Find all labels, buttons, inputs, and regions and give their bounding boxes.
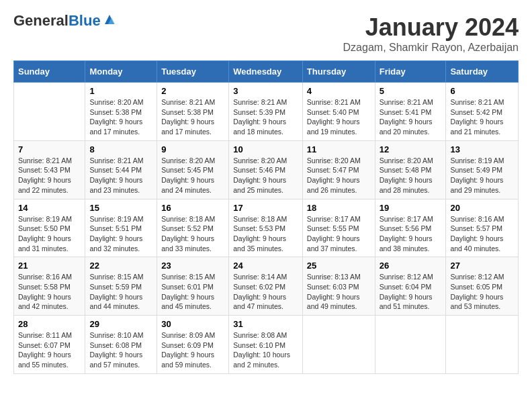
logo-blue: Blue <box>69 12 101 29</box>
calendar-cell: 16Sunrise: 8:18 AM Sunset: 5:52 PM Dayli… <box>157 199 229 257</box>
day-info: Sunrise: 8:21 AM Sunset: 5:44 PM Dayligh… <box>89 156 152 195</box>
day-number: 30 <box>161 319 224 329</box>
day-number: 31 <box>233 319 298 329</box>
weekday-header-friday: Friday <box>375 61 446 83</box>
day-info: Sunrise: 8:19 AM Sunset: 5:51 PM Dayligh… <box>89 214 152 254</box>
day-number: 25 <box>307 261 371 271</box>
day-number: 14 <box>18 203 81 213</box>
day-info: Sunrise: 8:20 AM Sunset: 5:46 PM Dayligh… <box>233 156 298 195</box>
weekday-header-thursday: Thursday <box>302 61 375 83</box>
logo-icon <box>102 12 117 27</box>
day-info: Sunrise: 8:15 AM Sunset: 5:59 PM Dayligh… <box>89 272 152 312</box>
day-number: 19 <box>380 203 442 213</box>
calendar-cell: 2Sunrise: 8:21 AM Sunset: 5:38 PM Daylig… <box>157 83 229 141</box>
calendar-cell: 4Sunrise: 8:21 AM Sunset: 5:40 PM Daylig… <box>302 83 375 141</box>
calendar-cell: 28Sunrise: 8:11 AM Sunset: 6:07 PM Dayli… <box>14 316 85 374</box>
day-number: 29 <box>89 319 152 329</box>
calendar-cell: 21Sunrise: 8:16 AM Sunset: 5:58 PM Dayli… <box>14 257 85 316</box>
subtitle: Dzagam, Shamkir Rayon, Azerbaijan <box>343 42 519 54</box>
day-number: 6 <box>450 86 514 96</box>
day-number: 8 <box>89 144 152 154</box>
day-info: Sunrise: 8:13 AM Sunset: 6:03 PM Dayligh… <box>307 272 371 312</box>
day-number: 21 <box>18 261 81 271</box>
day-info: Sunrise: 8:18 AM Sunset: 5:52 PM Dayligh… <box>161 214 224 254</box>
calendar-cell: 13Sunrise: 8:19 AM Sunset: 5:49 PM Dayli… <box>446 140 519 199</box>
calendar-cell: 29Sunrise: 8:10 AM Sunset: 6:08 PM Dayli… <box>85 316 157 374</box>
calendar-cell <box>302 316 375 374</box>
day-info: Sunrise: 8:08 AM Sunset: 6:10 PM Dayligh… <box>233 330 298 370</box>
calendar-cell: 1Sunrise: 8:20 AM Sunset: 5:38 PM Daylig… <box>85 83 157 141</box>
logo-general: General <box>13 12 69 29</box>
calendar-cell: 31Sunrise: 8:08 AM Sunset: 6:10 PM Dayli… <box>229 316 303 374</box>
calendar-week-row: 7Sunrise: 8:21 AM Sunset: 5:43 PM Daylig… <box>14 140 519 199</box>
calendar-cell: 22Sunrise: 8:15 AM Sunset: 5:59 PM Dayli… <box>85 257 157 316</box>
calendar-cell: 3Sunrise: 8:21 AM Sunset: 5:39 PM Daylig… <box>229 83 303 141</box>
calendar-cell: 9Sunrise: 8:20 AM Sunset: 5:45 PM Daylig… <box>157 140 229 199</box>
day-number: 26 <box>380 261 442 271</box>
calendar-cell: 19Sunrise: 8:17 AM Sunset: 5:56 PM Dayli… <box>375 199 446 257</box>
day-info: Sunrise: 8:21 AM Sunset: 5:41 PM Dayligh… <box>380 97 442 137</box>
day-number: 1 <box>89 86 152 96</box>
day-number: 12 <box>380 144 442 154</box>
day-info: Sunrise: 8:19 AM Sunset: 5:49 PM Dayligh… <box>450 156 514 195</box>
day-number: 10 <box>233 144 298 154</box>
calendar-cell: 20Sunrise: 8:16 AM Sunset: 5:57 PM Dayli… <box>446 199 519 257</box>
day-number: 17 <box>233 203 298 213</box>
day-info: Sunrise: 8:20 AM Sunset: 5:38 PM Dayligh… <box>89 97 152 137</box>
day-number: 23 <box>161 261 224 271</box>
day-info: Sunrise: 8:10 AM Sunset: 6:08 PM Dayligh… <box>89 330 152 370</box>
calendar-week-row: 14Sunrise: 8:19 AM Sunset: 5:50 PM Dayli… <box>14 199 519 257</box>
weekday-header-monday: Monday <box>85 61 157 83</box>
calendar-table: SundayMondayTuesdayWednesdayThursdayFrid… <box>13 60 519 374</box>
page-header: GeneralBlue January 2024 Dzagam, Shamkir… <box>13 13 519 54</box>
day-info: Sunrise: 8:16 AM Sunset: 5:58 PM Dayligh… <box>18 272 81 312</box>
calendar-cell: 6Sunrise: 8:21 AM Sunset: 5:42 PM Daylig… <box>446 83 519 141</box>
day-info: Sunrise: 8:21 AM Sunset: 5:43 PM Dayligh… <box>18 156 81 195</box>
calendar-cell: 12Sunrise: 8:20 AM Sunset: 5:48 PM Dayli… <box>375 140 446 199</box>
day-info: Sunrise: 8:15 AM Sunset: 6:01 PM Dayligh… <box>161 272 224 312</box>
logo: GeneralBlue <box>13 13 117 28</box>
day-info: Sunrise: 8:17 AM Sunset: 5:56 PM Dayligh… <box>380 214 442 254</box>
calendar-cell: 27Sunrise: 8:12 AM Sunset: 6:05 PM Dayli… <box>446 257 519 316</box>
calendar-cell: 17Sunrise: 8:18 AM Sunset: 5:53 PM Dayli… <box>229 199 303 257</box>
day-number: 4 <box>307 86 371 96</box>
day-number: 3 <box>233 86 298 96</box>
calendar-cell <box>375 316 446 374</box>
calendar-cell: 25Sunrise: 8:13 AM Sunset: 6:03 PM Dayli… <box>302 257 375 316</box>
calendar-cell: 24Sunrise: 8:14 AM Sunset: 6:02 PM Dayli… <box>229 257 303 316</box>
day-info: Sunrise: 8:21 AM Sunset: 5:39 PM Dayligh… <box>233 97 298 137</box>
day-number: 24 <box>233 261 298 271</box>
calendar-week-row: 21Sunrise: 8:16 AM Sunset: 5:58 PM Dayli… <box>14 257 519 316</box>
day-info: Sunrise: 8:12 AM Sunset: 6:05 PM Dayligh… <box>450 272 514 312</box>
day-info: Sunrise: 8:12 AM Sunset: 6:04 PM Dayligh… <box>380 272 442 312</box>
day-info: Sunrise: 8:16 AM Sunset: 5:57 PM Dayligh… <box>450 214 514 254</box>
day-info: Sunrise: 8:21 AM Sunset: 5:40 PM Dayligh… <box>307 97 371 137</box>
day-number: 2 <box>161 86 224 96</box>
day-info: Sunrise: 8:21 AM Sunset: 5:42 PM Dayligh… <box>450 97 514 137</box>
day-info: Sunrise: 8:21 AM Sunset: 5:38 PM Dayligh… <box>161 97 224 137</box>
logo-text: GeneralBlue <box>13 13 101 28</box>
day-info: Sunrise: 8:17 AM Sunset: 5:55 PM Dayligh… <box>307 214 371 254</box>
weekday-header-saturday: Saturday <box>446 61 519 83</box>
calendar-week-row: 28Sunrise: 8:11 AM Sunset: 6:07 PM Dayli… <box>14 316 519 374</box>
calendar-cell: 8Sunrise: 8:21 AM Sunset: 5:44 PM Daylig… <box>85 140 157 199</box>
day-number: 5 <box>380 86 442 96</box>
calendar-cell <box>14 83 85 141</box>
calendar-cell: 10Sunrise: 8:20 AM Sunset: 5:46 PM Dayli… <box>229 140 303 199</box>
calendar-cell: 7Sunrise: 8:21 AM Sunset: 5:43 PM Daylig… <box>14 140 85 199</box>
day-number: 7 <box>18 144 81 154</box>
day-info: Sunrise: 8:20 AM Sunset: 5:48 PM Dayligh… <box>380 156 442 195</box>
calendar-cell: 18Sunrise: 8:17 AM Sunset: 5:55 PM Dayli… <box>302 199 375 257</box>
calendar-cell: 5Sunrise: 8:21 AM Sunset: 5:41 PM Daylig… <box>375 83 446 141</box>
day-number: 16 <box>161 203 224 213</box>
calendar-cell: 14Sunrise: 8:19 AM Sunset: 5:50 PM Dayli… <box>14 199 85 257</box>
weekday-header-sunday: Sunday <box>14 61 85 83</box>
weekday-header-wednesday: Wednesday <box>229 61 303 83</box>
calendar-cell <box>446 316 519 374</box>
calendar-cell: 30Sunrise: 8:09 AM Sunset: 6:09 PM Dayli… <box>157 316 229 374</box>
day-number: 9 <box>161 144 224 154</box>
day-info: Sunrise: 8:20 AM Sunset: 5:47 PM Dayligh… <box>307 156 371 195</box>
calendar-cell: 11Sunrise: 8:20 AM Sunset: 5:47 PM Dayli… <box>302 140 375 199</box>
day-number: 22 <box>89 261 152 271</box>
weekday-header-tuesday: Tuesday <box>157 61 229 83</box>
